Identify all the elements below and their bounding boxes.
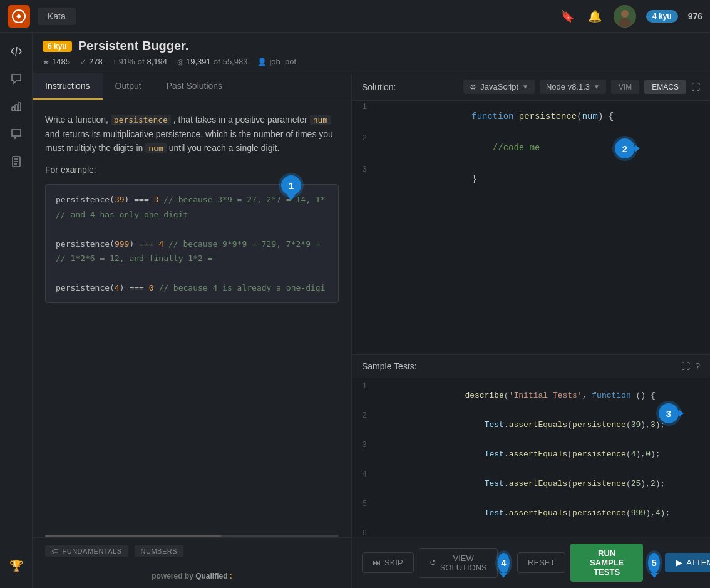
- test-num-6: 6: [352, 529, 377, 537]
- percent-icon: ↑: [113, 58, 116, 66]
- run-sample-tests-button[interactable]: RUN SAMPLE TESTS: [570, 544, 642, 582]
- kata-title-row: 6 kyu Persistent Bugger.: [43, 39, 700, 53]
- tag-fundamentals: 🏷 FUNDAMENTALS: [45, 545, 128, 557]
- sidebar-item-doc[interactable]: [5, 150, 28, 173]
- avatar[interactable]: [614, 5, 636, 28]
- kata-header: 6 kyu Persistent Bugger. ★ 1485 ✓ 278 ↑ …: [33, 33, 710, 73]
- completions-count: 278: [89, 57, 103, 66]
- view-solutions-button[interactable]: ↺ VIEW SOLUTIONS: [419, 548, 498, 578]
- intro-text-4: until you reach a single digit.: [169, 143, 280, 153]
- qualified-text: Qualified: [195, 572, 227, 580]
- tab-output[interactable]: Output: [103, 73, 154, 100]
- code-example-block: persistence(39) === 3 // because 3*9 = 2…: [45, 184, 339, 303]
- sample-tests-header: Sample Tests: ⛶ ?: [352, 355, 710, 378]
- tags-row: 🏷 FUNDAMENTALS NUMBERS: [33, 537, 351, 564]
- attempt-button[interactable]: ▶ ATTEMPT: [665, 553, 710, 572]
- line-num-1: 1: [352, 102, 377, 111]
- test-content-4: Test.assertEquals(persistence(25),2);: [377, 470, 710, 498]
- view-solutions-label: VIEW SOLUTIONS: [440, 554, 487, 572]
- powered-by-text: powered by: [152, 572, 195, 580]
- test-line-6: 6 });: [352, 528, 710, 537]
- test-line-3: 3 Test.assertEquals(persistence(4),0);: [352, 440, 710, 469]
- tab-instructions[interactable]: Instructions: [33, 73, 103, 100]
- rank-score: 976: [688, 11, 702, 21]
- lang-chevron-icon: ▼: [522, 83, 528, 90]
- instructions-container: 1 Write a function, persistence , that t…: [33, 100, 351, 537]
- runtime-selector[interactable]: Node v8.1.3 ▼: [540, 80, 606, 94]
- svg-rect-5: [15, 105, 18, 111]
- meta-trainers: ◎ 19,391 of 55,983: [177, 57, 247, 66]
- sample-tests-fullscreen-button[interactable]: ⛶: [681, 361, 690, 371]
- bottom-bar: ⏭ SKIP ↺ VIEW SOLUTIONS 4 RESET RUN SAMP…: [352, 537, 710, 588]
- trainers-of: of: [214, 57, 220, 66]
- sample-tests-help-button[interactable]: ?: [695, 361, 700, 371]
- scrollbar-thumb: [45, 535, 221, 537]
- test-content-5: Test.assertEquals(persistence(999),4);: [377, 499, 710, 527]
- svg-point-3: [619, 18, 631, 27]
- check-icon: ✓: [80, 58, 86, 66]
- tabs: Instructions Output Past Solutions: [33, 73, 351, 100]
- svg-rect-4: [12, 107, 14, 111]
- emacs-button[interactable]: EMACS: [644, 80, 686, 94]
- success-rate: 91%: [119, 57, 135, 66]
- sample-tests-code[interactable]: 1 describe('Initial Tests', function () …: [352, 378, 710, 537]
- top-nav: Kata 🔖 🔔 4 kyu 976: [0, 0, 710, 33]
- attempt-label: ATTEMPT: [686, 558, 710, 567]
- tag-numbers: NUMBERS: [135, 545, 184, 557]
- solution-editor-container: 2 1 function persistence(num) { 2: [352, 101, 710, 354]
- intro-text-2: , that takes in a positive parameter: [173, 115, 307, 125]
- sample-tests-area: Sample Tests: ⛶ ? 3 1: [352, 355, 710, 537]
- test-num-1: 1: [352, 381, 377, 391]
- meta-author: 👤 joh_pot: [257, 57, 296, 66]
- sidebar-item-code[interactable]: [5, 40, 28, 63]
- sidebar-item-leaderboard[interactable]: [5, 95, 28, 118]
- total-trainers: 55,983: [223, 57, 248, 66]
- line-num-3: 3: [352, 165, 377, 174]
- left-panel: Instructions Output Past Solutions 1 Wri…: [33, 73, 352, 588]
- bell-icon[interactable]: 🔔: [586, 8, 604, 25]
- bottom-left-actions: ⏭ SKIP ↺ VIEW SOLUTIONS: [362, 548, 498, 578]
- logo-icon: [8, 5, 30, 28]
- tour-bubble-5: 5: [648, 553, 660, 573]
- for-example-label: For example:: [45, 163, 339, 177]
- attempt-play-icon: ▶: [676, 558, 682, 567]
- test-line-4: 4 Test.assertEquals(persistence(25),2);: [352, 469, 710, 498]
- right-panel: Solution: ⚙ JavaScript ▼ Node v8.1.3 ▼: [352, 73, 710, 588]
- code-line-1: 1 function persistence(num) {: [352, 101, 710, 132]
- horizontal-scrollbar[interactable]: [45, 535, 339, 537]
- tour-bubble-4: 4: [498, 553, 510, 573]
- kata-tab[interactable]: Kata: [38, 8, 76, 25]
- solution-code-editor[interactable]: 1 function persistence(num) { 2 //code m…: [352, 101, 710, 354]
- rank-badge: 4 kyu: [646, 10, 678, 23]
- skip-button[interactable]: ⏭ SKIP: [362, 552, 414, 573]
- trophy-icon[interactable]: 🏆: [2, 552, 31, 580]
- test-num-5: 5: [352, 499, 377, 508]
- test-line-5: 5 Test.assertEquals(persistence(999),4);: [352, 498, 710, 528]
- solution-controls: ⚙ JavaScript ▼ Node v8.1.3 ▼ VIM EMACS ⛶: [463, 80, 700, 94]
- tag-label-1: FUNDAMENTALS: [63, 547, 122, 555]
- reset-button[interactable]: RESET: [517, 552, 565, 573]
- vim-button[interactable]: VIM: [611, 80, 639, 94]
- powered-by: powered by Qualified :: [33, 564, 351, 588]
- fullscreen-button[interactable]: ⛶: [691, 82, 700, 92]
- view-solutions-icon: ↺: [430, 558, 436, 567]
- solution-header: Solution: ⚙ JavaScript ▼ Node v8.1.3 ▼: [352, 73, 710, 101]
- lang-icon: ⚙: [470, 83, 476, 91]
- trainers-count: 19,391: [186, 57, 211, 66]
- bookmark-icon[interactable]: 🔖: [558, 8, 576, 25]
- language-selector[interactable]: ⚙ JavaScript ▼: [463, 80, 535, 94]
- tab-past-solutions[interactable]: Past Solutions: [154, 73, 235, 100]
- sidebar-item-chat[interactable]: [5, 123, 28, 145]
- main-layout: 🏆 6 kyu Persistent Bugger. ★ 1485 ✓ 278 …: [0, 33, 710, 588]
- left-sidebar: 🏆: [0, 33, 33, 588]
- test-num-2: 2: [352, 411, 377, 420]
- svg-rect-6: [18, 103, 21, 111]
- test-num-3: 3: [352, 440, 377, 450]
- code-line-2: 2 //code me: [352, 132, 710, 163]
- kyu-badge-6: 6 kyu: [43, 41, 72, 52]
- kata-meta: ★ 1485 ✓ 278 ↑ 91% of 8,194 ◎ 19,391 of: [43, 57, 700, 66]
- instructions-content: Write a function, persistence , that tak…: [33, 100, 351, 535]
- test-content-6: });: [377, 529, 710, 537]
- sidebar-item-discuss[interactable]: [5, 68, 28, 90]
- sample-tests-editor-container: 3 1 describe('Initial Tests', function (…: [352, 378, 710, 537]
